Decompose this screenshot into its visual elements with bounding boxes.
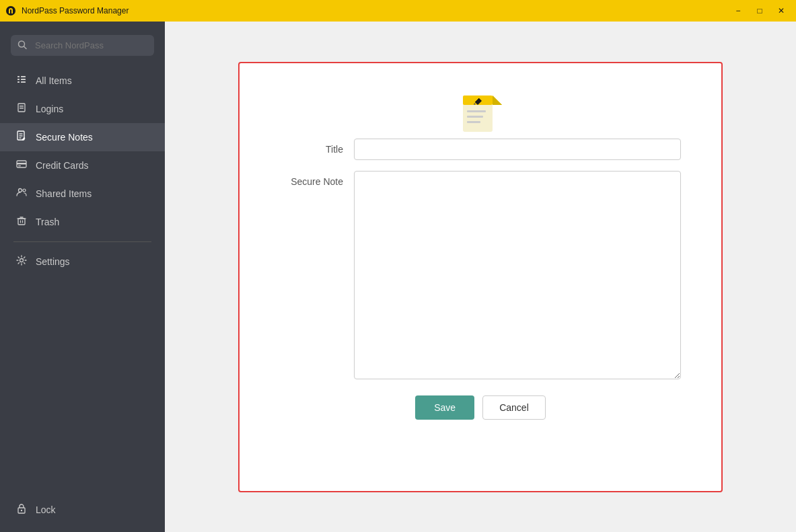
- sidebar-item-all-items[interactable]: All Items: [0, 67, 165, 95]
- sidebar-spacer: [0, 276, 165, 496]
- secure-note-icon: [456, 90, 505, 139]
- title-label: Title: [280, 139, 354, 155]
- trash-icon: [15, 215, 28, 229]
- svg-rect-8: [21, 81, 26, 83]
- sidebar-item-lock[interactable]: Lock: [0, 496, 165, 524]
- titlebar-left: NordPass Password Manager: [5, 5, 129, 16]
- secure-notes-icon: [15, 130, 28, 144]
- list-icon: [15, 74, 28, 87]
- sidebar-item-label: Trash: [36, 217, 59, 227]
- svg-line-2: [24, 46, 27, 49]
- secure-note-label: Secure Note: [280, 171, 354, 187]
- card-icon: [15, 159, 28, 172]
- title-input[interactable]: [354, 139, 681, 160]
- sidebar-item-logins[interactable]: Logins: [0, 95, 165, 123]
- search-container: [0, 30, 165, 67]
- sidebar-item-label: Shared Items: [36, 188, 92, 199]
- svg-rect-10: [20, 106, 24, 107]
- svg-point-20: [23, 189, 26, 192]
- svg-rect-6: [21, 79, 26, 80]
- form-body: Title Secure Note Save Cancel: [280, 139, 681, 420]
- svg-rect-21: [18, 219, 25, 225]
- sidebar: All Items Logins: [0, 22, 165, 532]
- search-icon: [17, 40, 27, 51]
- settings-icon: [15, 255, 28, 268]
- secure-note-textarea[interactable]: [354, 171, 681, 379]
- sidebar-item-label: Lock: [36, 504, 56, 515]
- minimize-button[interactable]: −: [729, 4, 748, 17]
- close-button[interactable]: ✕: [772, 4, 791, 17]
- svg-point-19: [19, 189, 22, 192]
- sidebar-item-label: Settings: [36, 256, 70, 267]
- svg-rect-5: [17, 79, 20, 80]
- main-content: Title Secure Note Save Cancel: [165, 22, 796, 532]
- svg-rect-35: [467, 121, 480, 123]
- svg-rect-17: [17, 163, 26, 165]
- svg-rect-3: [17, 76, 20, 77]
- sidebar-item-secure-notes[interactable]: Secure Notes: [0, 123, 165, 151]
- sidebar-divider: [13, 241, 151, 242]
- search-input[interactable]: [11, 35, 154, 56]
- svg-marker-31: [493, 96, 502, 105]
- svg-point-0: [6, 6, 15, 15]
- sidebar-item-label: Logins: [36, 104, 63, 114]
- sidebar-item-trash[interactable]: Trash: [0, 208, 165, 236]
- svg-point-26: [20, 259, 24, 262]
- save-button[interactable]: Save: [415, 395, 474, 420]
- search-wrapper: [11, 35, 154, 56]
- svg-point-28: [21, 510, 22, 511]
- form-actions: Save Cancel: [280, 395, 681, 420]
- svg-rect-7: [17, 81, 20, 83]
- cancel-button[interactable]: Cancel: [482, 395, 546, 420]
- secure-note-form-card: Title Secure Note Save Cancel: [238, 62, 723, 492]
- sidebar-item-label: All Items: [36, 75, 72, 86]
- secure-note-row: Secure Note: [280, 171, 681, 379]
- svg-rect-4: [21, 76, 26, 77]
- titlebar-controls: − □ ✕: [729, 4, 791, 17]
- login-icon: [15, 102, 28, 116]
- sidebar-item-settings[interactable]: Settings: [0, 248, 165, 276]
- titlebar: NordPass Password Manager − □ ✕: [0, 0, 796, 22]
- svg-rect-34: [467, 116, 483, 118]
- sidebar-item-shared-items[interactable]: Shared Items: [0, 180, 165, 208]
- app-title: NordPass Password Manager: [22, 6, 129, 15]
- app-logo: [5, 5, 16, 16]
- maximize-button[interactable]: □: [750, 4, 769, 17]
- lock-icon: [15, 503, 28, 517]
- app-body: All Items Logins: [0, 22, 796, 532]
- svg-rect-18: [18, 165, 21, 166]
- title-row: Title: [280, 139, 681, 160]
- sidebar-item-credit-cards[interactable]: Credit Cards: [0, 151, 165, 180]
- sidebar-item-label: Secure Notes: [36, 132, 93, 143]
- sidebar-item-label: Credit Cards: [36, 160, 89, 171]
- shared-icon: [15, 187, 28, 200]
- svg-rect-33: [467, 110, 486, 112]
- svg-rect-11: [20, 108, 24, 109]
